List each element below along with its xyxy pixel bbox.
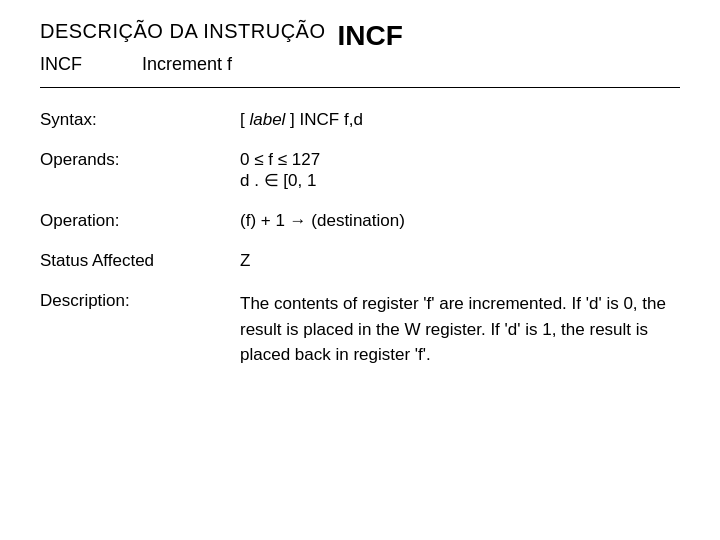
title-main: DESCRIÇÃO DA INSTRUÇÃO: [40, 20, 325, 43]
syntax-label: Syntax:: [40, 100, 240, 140]
status-affected-label: Status Affected: [40, 241, 240, 281]
operands-line1: 0 ≤ f ≤ 127: [240, 150, 680, 170]
page-container: DESCRIÇÃO DA INSTRUÇÃO INCF INCF Increme…: [0, 0, 720, 540]
operands-row: Operands: 0 ≤ f ≤ 127 d . ∈ [0, 1: [40, 140, 680, 201]
incf-left-label: INCF: [40, 54, 82, 75]
title-incf-inline: INCF: [337, 20, 402, 52]
operands-value: 0 ≤ f ≤ 127 d . ∈ [0, 1: [240, 140, 680, 201]
operands-line2: d . ∈ [0, 1: [240, 170, 680, 191]
operation-row: Operation: (f) + 1 → (destination): [40, 201, 680, 241]
operation-value: (f) + 1 → (destination): [240, 201, 680, 241]
syntax-value: [ label ] INCF f,d: [240, 100, 680, 140]
description-row: Description: The contents of register 'f…: [40, 281, 680, 378]
section-divider: [40, 87, 680, 88]
syntax-row: Syntax: [ label ] INCF f,d: [40, 100, 680, 140]
header-area: DESCRIÇÃO DA INSTRUÇÃO INCF INCF Increme…: [40, 20, 680, 75]
title-left: DESCRIÇÃO DA INSTRUÇÃO INCF INCF Increme…: [40, 20, 403, 75]
header-top-row: DESCRIÇÃO DA INSTRUÇÃO INCF: [40, 20, 403, 52]
header-second-row: INCF Increment f: [40, 52, 403, 75]
status-affected-row: Status Affected Z: [40, 241, 680, 281]
increment-label: Increment f: [142, 54, 232, 75]
operation-label: Operation:: [40, 201, 240, 241]
description-value: The contents of register 'f' are increme…: [240, 281, 680, 378]
status-affected-value: Z: [240, 241, 680, 281]
syntax-italic: label: [249, 110, 285, 129]
content-table: Syntax: [ label ] INCF f,d Operands: 0 ≤…: [40, 100, 680, 378]
description-label: Description:: [40, 281, 240, 378]
operands-label: Operands:: [40, 140, 240, 201]
